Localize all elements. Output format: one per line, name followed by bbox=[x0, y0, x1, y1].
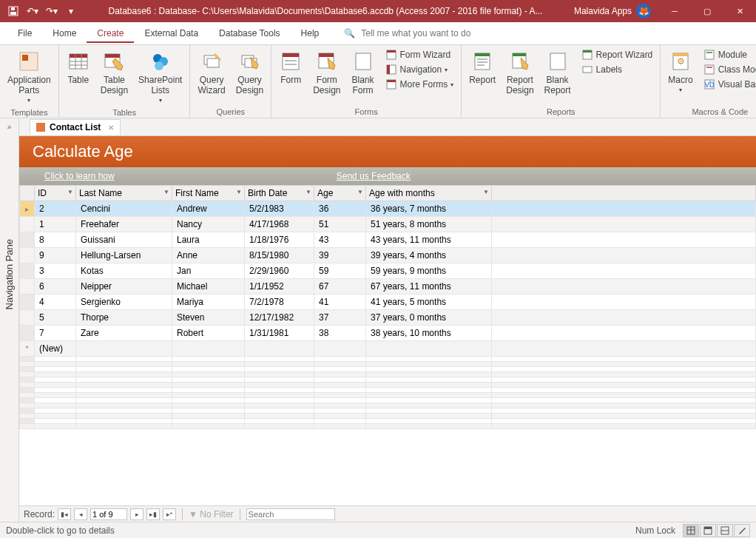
row-selector-header[interactable] bbox=[20, 186, 35, 201]
table-row[interactable]: ▸2CenciniAndrew5/2/19833636 years, 7 mon… bbox=[20, 201, 756, 217]
minimize-button[interactable]: ─ bbox=[658, 0, 691, 22]
col-age[interactable]: Age▼ bbox=[314, 186, 366, 201]
row-selector[interactable]: ▸ bbox=[20, 201, 35, 217]
cell-blank[interactable] bbox=[492, 248, 756, 263]
cell-blank[interactable] bbox=[492, 295, 756, 310]
cell-blank[interactable] bbox=[492, 232, 756, 248]
cell-blank[interactable] bbox=[492, 217, 756, 232]
row-selector[interactable] bbox=[20, 326, 35, 341]
cell-age[interactable]: 39 bbox=[314, 248, 366, 263]
dropdown-icon[interactable]: ▼ bbox=[163, 189, 169, 195]
maximize-button[interactable]: ▢ bbox=[691, 0, 723, 22]
layout-view-button[interactable] bbox=[717, 524, 733, 537]
cell-age[interactable]: 67 bbox=[314, 279, 366, 295]
dropdown-icon[interactable]: ▼ bbox=[306, 189, 311, 195]
sharepoint-lists-button[interactable]: SharePoint Lists▾ bbox=[134, 47, 186, 107]
more-forms-button[interactable]: More Forms▾ bbox=[384, 78, 456, 91]
cell-id[interactable]: 1 bbox=[35, 217, 76, 232]
cell-first-name[interactable]: Robert bbox=[172, 326, 245, 341]
cell-birth-date[interactable]: 1/1/1952 bbox=[245, 279, 314, 295]
cell-first-name[interactable]: Steven bbox=[172, 310, 245, 326]
cell-blank[interactable] bbox=[492, 310, 756, 326]
cell-age-with-months[interactable]: 43 years, 11 months bbox=[366, 232, 492, 248]
tab-database-tools[interactable]: Database Tools bbox=[209, 24, 291, 43]
cell-first-name[interactable]: Mariya bbox=[172, 295, 245, 310]
undo-icon[interactable]: ↶▾ bbox=[24, 2, 41, 20]
cell-age-with-months[interactable]: 36 years, 7 months bbox=[366, 201, 492, 217]
cell-blank[interactable] bbox=[492, 326, 756, 341]
account-name[interactable]: Malavida Apps🦊 bbox=[567, 4, 658, 19]
redo-icon[interactable]: ↷▾ bbox=[43, 2, 61, 20]
navigation-button[interactable]: Navigation▾ bbox=[384, 63, 456, 76]
table-row[interactable]: 8GuissaniLaura1/18/19764343 years, 11 mo… bbox=[20, 232, 756, 248]
design-view-button[interactable] bbox=[734, 524, 750, 537]
cell-age[interactable]: 36 bbox=[314, 201, 366, 217]
new-record-button[interactable]: ▸* bbox=[163, 508, 176, 520]
cell-id[interactable]: 9 bbox=[35, 248, 76, 263]
cell-birth-date[interactable]: 8/15/1980 bbox=[245, 248, 314, 263]
cell-last-name[interactable]: Guissani bbox=[76, 232, 172, 248]
datasheet[interactable]: ID▼ Last Name▼ First Name▼ Birth Date▼ A… bbox=[19, 185, 756, 505]
dropdown-icon[interactable]: ▼ bbox=[357, 189, 363, 195]
search-input[interactable] bbox=[246, 508, 335, 520]
col-first-name[interactable]: First Name▼ bbox=[172, 186, 245, 201]
new-row[interactable]: *(New) bbox=[20, 341, 756, 357]
datasheet-view-button[interactable] bbox=[683, 524, 699, 537]
cell-birth-date[interactable]: 4/17/1968 bbox=[245, 217, 314, 232]
cell-age[interactable]: 38 bbox=[314, 326, 366, 341]
last-record-button[interactable]: ▸▮ bbox=[146, 508, 160, 520]
cell-first-name[interactable]: Nancy bbox=[172, 217, 245, 232]
cell-last-name[interactable]: Zare bbox=[76, 326, 172, 341]
query-wizard-button[interactable]: Query Wizard bbox=[193, 47, 229, 98]
cell-last-name[interactable]: Cencini bbox=[76, 201, 172, 217]
col-last-name[interactable]: Last Name▼ bbox=[76, 186, 172, 201]
blank-form-button[interactable]: Blank Form bbox=[347, 47, 379, 98]
learn-how-link[interactable]: Click to learn how bbox=[44, 171, 115, 181]
expand-nav-icon[interactable]: » bbox=[7, 118, 12, 135]
form-view-button[interactable] bbox=[700, 524, 716, 537]
row-selector[interactable] bbox=[20, 232, 35, 248]
cell-id[interactable]: 7 bbox=[35, 326, 76, 341]
cell-id[interactable]: 3 bbox=[35, 263, 76, 279]
row-selector[interactable] bbox=[20, 279, 35, 295]
row-selector[interactable] bbox=[20, 263, 35, 279]
cell-birth-date[interactable]: 7/2/1978 bbox=[245, 295, 314, 310]
cell-age[interactable]: 59 bbox=[314, 263, 366, 279]
cell-first-name[interactable]: Laura bbox=[172, 232, 245, 248]
tell-me-search[interactable]: 🔍Tell me what you want to do bbox=[344, 28, 470, 38]
cell-age-with-months[interactable]: 59 years, 9 months bbox=[366, 263, 492, 279]
tab-help[interactable]: Help bbox=[291, 24, 330, 43]
cell-age-with-months[interactable]: 38 years, 10 months bbox=[366, 326, 492, 341]
visual-basic-button[interactable]: vbVisual Basic bbox=[702, 78, 756, 91]
form-button[interactable]: Form bbox=[274, 47, 307, 88]
cell-age[interactable]: 37 bbox=[314, 310, 366, 326]
tab-contact-list[interactable]: Contact List ✕ bbox=[30, 119, 121, 135]
cell-id[interactable]: (New) bbox=[35, 341, 76, 357]
cell-first-name[interactable]: Michael bbox=[172, 279, 245, 295]
navigation-pane[interactable]: » Navigation Pane bbox=[0, 118, 19, 522]
cell-age[interactable]: 51 bbox=[314, 217, 366, 232]
tab-external-data[interactable]: External Data bbox=[134, 24, 209, 43]
blank-report-button[interactable]: Blank Report bbox=[540, 47, 576, 98]
col-id[interactable]: ID▼ bbox=[35, 186, 76, 201]
feedback-link[interactable]: Send us Feedback bbox=[337, 171, 411, 181]
cell-blank[interactable] bbox=[492, 201, 756, 217]
cell-age-with-months[interactable]: 51 years, 8 months bbox=[366, 217, 492, 232]
cell-id[interactable]: 6 bbox=[35, 279, 76, 295]
row-selector[interactable] bbox=[20, 295, 35, 310]
save-icon[interactable] bbox=[4, 2, 22, 20]
cell-first-name[interactable]: Anne bbox=[172, 248, 245, 263]
report-design-button[interactable]: Report Design bbox=[502, 47, 538, 98]
cell-age-with-months[interactable]: 37 years, 0 months bbox=[366, 310, 492, 326]
table-row[interactable]: 7ZareRobert1/31/19813838 years, 10 month… bbox=[20, 326, 756, 341]
row-selector[interactable]: * bbox=[20, 341, 35, 357]
module-button[interactable]: Module bbox=[702, 48, 756, 61]
tab-file[interactable]: File bbox=[7, 24, 42, 43]
dropdown-icon[interactable]: ▼ bbox=[236, 189, 242, 195]
next-record-button[interactable]: ▸ bbox=[130, 508, 144, 520]
cell-birth-date[interactable]: 12/17/1982 bbox=[245, 310, 314, 326]
cell-id[interactable]: 5 bbox=[35, 310, 76, 326]
close-button[interactable]: ✕ bbox=[723, 0, 756, 22]
labels-button[interactable]: Labels bbox=[580, 63, 655, 76]
cell-blank[interactable] bbox=[492, 263, 756, 279]
